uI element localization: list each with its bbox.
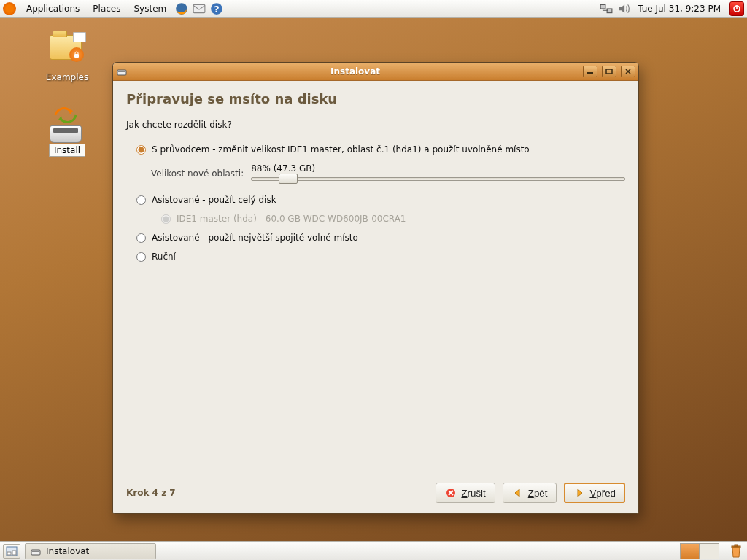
taskbar-item-label: Instalovat bbox=[46, 546, 89, 556]
button-bar: Krok 4 z 7 Zrušit Zpět Vpřed bbox=[113, 475, 638, 513]
radio-guided-whole-input[interactable] bbox=[136, 195, 146, 205]
workspace-1[interactable] bbox=[681, 544, 700, 559]
install-icon bbox=[50, 106, 85, 141]
back-button[interactable]: Zpět bbox=[503, 483, 557, 503]
desktop-label-install: Install bbox=[38, 143, 96, 158]
cancel-button-label: Zrušit bbox=[461, 488, 485, 499]
bottom-panel: Instalovat bbox=[0, 541, 747, 560]
taskbar-item-installer[interactable]: Instalovat bbox=[25, 543, 156, 559]
maximize-button[interactable] bbox=[602, 66, 616, 77]
svg-rect-12 bbox=[606, 69, 612, 74]
radio-guided-whole-disk[interactable]: Asistované - použít celý disk bbox=[136, 195, 625, 205]
resize-readout: 88% (47.3 GB) bbox=[251, 163, 625, 174]
svg-rect-4 bbox=[600, 4, 605, 9]
forward-arrow-icon bbox=[573, 487, 585, 499]
svg-rect-10 bbox=[118, 71, 125, 72]
dialog-body: Připravuje se msíto na disku Jak chcete … bbox=[113, 81, 638, 475]
forward-button-label: Vpřed bbox=[589, 488, 616, 499]
help-icon[interactable]: ? bbox=[210, 2, 223, 15]
svg-rect-18 bbox=[32, 551, 39, 552]
radio-guided-free-label: Asistované - použít největší spojité vol… bbox=[152, 233, 358, 243]
svg-text:?: ? bbox=[214, 4, 220, 14]
resize-slider-thumb[interactable] bbox=[279, 174, 298, 184]
radio-guided-resize-label: S průvodcem - změnit velikost IDE1 maste… bbox=[152, 144, 530, 155]
radio-guided-free-input[interactable] bbox=[136, 233, 146, 243]
workspace-2[interactable] bbox=[700, 544, 719, 559]
menu-places[interactable]: Places bbox=[87, 2, 126, 15]
link-emblem-icon bbox=[73, 32, 86, 42]
radio-manual-label: Ruční bbox=[152, 252, 176, 262]
clock[interactable]: Tue Jul 31, 9:23 PM bbox=[633, 4, 725, 14]
top-panel: Applications Places System ? Tue Jul 31,… bbox=[0, 0, 747, 18]
radio-disk-device: IDE1 master (hda) - 60.0 GB WDC WD600JB-… bbox=[161, 214, 625, 224]
resize-slider-label: Velikost nové oblasti: bbox=[151, 168, 244, 179]
radio-manual-input[interactable] bbox=[136, 252, 146, 262]
back-button-label: Zpět bbox=[528, 488, 548, 499]
menu-applications[interactable]: Applications bbox=[20, 2, 85, 15]
volume-icon[interactable] bbox=[617, 2, 630, 15]
resize-slider-row: Velikost nové oblasti: 88% (47.3 GB) bbox=[151, 163, 625, 183]
radio-manual[interactable]: Ruční bbox=[136, 252, 625, 262]
back-arrow-icon bbox=[512, 487, 524, 499]
svg-rect-1 bbox=[193, 4, 205, 12]
close-button[interactable] bbox=[621, 66, 635, 77]
radio-guided-resize-input[interactable] bbox=[136, 145, 146, 155]
resize-slider[interactable] bbox=[251, 174, 625, 183]
window-title: Instalovat bbox=[132, 66, 578, 77]
desktop-label-examples: Examples bbox=[38, 71, 96, 83]
mail-icon[interactable] bbox=[193, 2, 206, 15]
task-app-icon bbox=[30, 545, 42, 557]
minimize-button[interactable] bbox=[583, 66, 597, 77]
lock-emblem-icon bbox=[69, 47, 84, 62]
window-app-icon bbox=[116, 66, 128, 77]
trash-icon[interactable] bbox=[728, 543, 744, 559]
radio-guided-whole-label: Asistované - použít celý disk bbox=[152, 195, 276, 205]
forward-button[interactable]: Vpřed bbox=[564, 483, 625, 503]
cancel-button[interactable]: Zrušit bbox=[436, 483, 495, 503]
menu-system[interactable]: System bbox=[128, 2, 172, 15]
cancel-icon bbox=[445, 487, 457, 499]
folder-icon bbox=[50, 35, 85, 70]
shutdown-button[interactable] bbox=[729, 1, 744, 16]
radio-disk-device-input bbox=[161, 214, 171, 224]
ubuntu-logo-icon bbox=[3, 2, 16, 15]
desktop-icon-examples[interactable]: Examples bbox=[38, 28, 96, 83]
workspace-switcher[interactable] bbox=[680, 543, 719, 559]
svg-rect-16 bbox=[12, 551, 16, 555]
svg-rect-15 bbox=[7, 552, 11, 555]
show-desktop-button[interactable] bbox=[3, 544, 20, 559]
radio-guided-resize[interactable]: S průvodcem - změnit velikost IDE1 maste… bbox=[136, 144, 625, 155]
titlebar[interactable]: Instalovat bbox=[113, 63, 638, 81]
step-label: Krok 4 z 7 bbox=[126, 488, 176, 498]
firefox-icon[interactable] bbox=[175, 2, 188, 15]
page-title: Připravuje se msíto na disku bbox=[126, 91, 625, 106]
radio-disk-device-label: IDE1 master (hda) - 60.0 GB WDC WD600JB-… bbox=[177, 214, 406, 224]
network-icon[interactable] bbox=[600, 2, 613, 15]
partition-question: Jak chcete rozdělit disk? bbox=[126, 120, 625, 130]
svg-rect-20 bbox=[735, 545, 738, 546]
svg-rect-8 bbox=[74, 54, 79, 58]
installer-dialog: Instalovat Připravuje se msíto na disku … bbox=[112, 62, 639, 514]
radio-guided-free-space[interactable]: Asistované - použít největší spojité vol… bbox=[136, 233, 625, 243]
desktop-icon-install[interactable]: Install bbox=[38, 106, 96, 158]
